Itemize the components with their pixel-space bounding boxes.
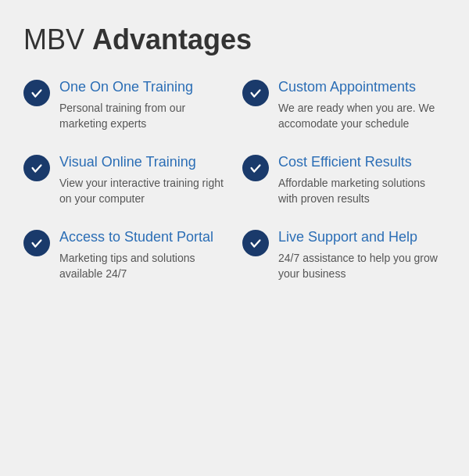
advantage-desc-custom: We are ready when you are. We accomodate… [278, 100, 446, 132]
advantage-content-support: Live Support and Help 24/7 assistance to… [278, 228, 446, 281]
advantage-item-one-on-one: One On One Training Personal training fr… [23, 78, 227, 131]
check-icon-one-on-one [23, 80, 50, 106]
advantage-item-portal: Access to Student Portal Marketing tips … [23, 228, 227, 281]
check-icon-portal [23, 230, 50, 256]
advantage-item-cost: Cost Efficient Results Affordable market… [242, 153, 446, 206]
advantage-title-portal: Access to Student Portal [59, 228, 227, 246]
page-title: MBV Advantages [23, 23, 446, 56]
advantage-content-portal: Access to Student Portal Marketing tips … [59, 228, 227, 281]
advantage-desc-visual: View your interactive training right on … [59, 175, 227, 207]
advantage-desc-support: 24/7 assistance to help you grow your bu… [278, 250, 446, 282]
check-icon-cost [242, 155, 269, 181]
check-icon-visual [23, 155, 50, 181]
title-bold: Advantages [92, 23, 252, 55]
check-icon-custom [242, 80, 269, 106]
advantage-item-custom: Custom Appointments We are ready when yo… [242, 78, 446, 131]
advantage-title-support: Live Support and Help [278, 228, 446, 246]
advantage-content-custom: Custom Appointments We are ready when yo… [278, 78, 446, 131]
title-plain: MBV [23, 23, 92, 55]
advantage-desc-one-on-one: Personal training from our marketing exp… [59, 100, 227, 132]
advantage-item-visual: Visual Online Training View your interac… [23, 153, 227, 206]
advantage-title-visual: Visual Online Training [59, 153, 227, 171]
check-icon-support [242, 230, 269, 256]
advantages-grid: One On One Training Personal training fr… [23, 78, 446, 281]
advantage-desc-cost: Affordable marketing solutions with prov… [278, 175, 446, 207]
advantage-title-one-on-one: One On One Training [59, 78, 227, 96]
advantage-content-one-on-one: One On One Training Personal training fr… [59, 78, 227, 131]
advantage-item-support: Live Support and Help 24/7 assistance to… [242, 228, 446, 281]
advantage-content-cost: Cost Efficient Results Affordable market… [278, 153, 446, 206]
advantage-content-visual: Visual Online Training View your interac… [59, 153, 227, 206]
advantage-title-cost: Cost Efficient Results [278, 153, 446, 171]
advantage-title-custom: Custom Appointments [278, 78, 446, 96]
advantage-desc-portal: Marketing tips and solutions available 2… [59, 250, 227, 282]
